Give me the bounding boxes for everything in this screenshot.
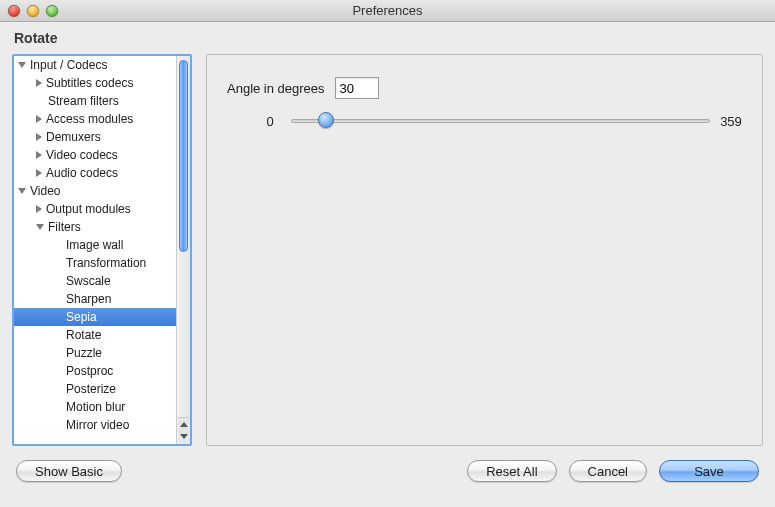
tree-spacer bbox=[54, 277, 62, 285]
slider-track bbox=[291, 119, 710, 123]
tree-item-label: Puzzle bbox=[66, 346, 102, 360]
tree-item[interactable]: Transformation bbox=[14, 254, 176, 272]
tree-item-label: Sharpen bbox=[66, 292, 111, 306]
tree-spacer bbox=[54, 313, 62, 321]
tree-item-label: Mirror video bbox=[66, 418, 129, 432]
tree-item-label: Video codecs bbox=[46, 148, 118, 162]
tree-item[interactable]: Image wall bbox=[14, 236, 176, 254]
slider-thumb[interactable] bbox=[318, 112, 334, 128]
angle-field-row: Angle in degrees bbox=[227, 77, 742, 99]
tree-spacer bbox=[54, 367, 62, 375]
tree-item[interactable]: Filters bbox=[14, 218, 176, 236]
tree-item[interactable]: Input / Codecs bbox=[14, 56, 176, 74]
tree-item[interactable]: Postproc bbox=[14, 362, 176, 380]
tree-item[interactable]: Rotate bbox=[14, 326, 176, 344]
sidebar-scrollbar[interactable] bbox=[176, 56, 190, 444]
scroll-up-button[interactable] bbox=[178, 417, 189, 430]
tree-item-label: Output modules bbox=[46, 202, 131, 216]
disclosure-triangle-icon[interactable] bbox=[36, 224, 44, 230]
tree-item-label: Image wall bbox=[66, 238, 123, 252]
slider-min-label: 0 bbox=[259, 114, 281, 129]
tree-item[interactable]: Demuxers bbox=[14, 128, 176, 146]
tree-item[interactable]: Mirror video bbox=[14, 416, 176, 434]
reset-all-button[interactable]: Reset All bbox=[467, 460, 556, 482]
disclosure-triangle-icon[interactable] bbox=[36, 169, 42, 177]
tree-item-label: Demuxers bbox=[46, 130, 101, 144]
content-area: Input / CodecsSubtitles codecsStream fil… bbox=[0, 50, 775, 454]
tree-item-label: Sepia bbox=[66, 310, 97, 324]
page-title: Rotate bbox=[0, 22, 775, 50]
disclosure-triangle-icon[interactable] bbox=[36, 79, 42, 87]
tree-item[interactable]: Video bbox=[14, 182, 176, 200]
scroll-thumb[interactable] bbox=[179, 60, 188, 252]
tree-spacer bbox=[36, 97, 44, 105]
cancel-button[interactable]: Cancel bbox=[569, 460, 647, 482]
disclosure-triangle-icon[interactable] bbox=[36, 133, 42, 141]
angle-label: Angle in degrees bbox=[227, 81, 325, 96]
chevron-up-icon bbox=[180, 422, 188, 427]
tree-item-label: Subtitles codecs bbox=[46, 76, 133, 90]
footer-bar: Show Basic Reset All Cancel Save bbox=[0, 454, 775, 492]
footer-button-group: Reset All Cancel Save bbox=[467, 460, 759, 482]
tree-item[interactable]: Output modules bbox=[14, 200, 176, 218]
tree-item-label: Stream filters bbox=[48, 94, 119, 108]
angle-slider[interactable] bbox=[291, 111, 710, 131]
tree-item[interactable]: Swscale bbox=[14, 272, 176, 290]
tree-item[interactable]: Subtitles codecs bbox=[14, 74, 176, 92]
scroll-down-button[interactable] bbox=[178, 430, 189, 443]
settings-panel: Angle in degrees 0 359 bbox=[206, 54, 763, 446]
tree-spacer bbox=[54, 331, 62, 339]
tree-item-label: Posterize bbox=[66, 382, 116, 396]
disclosure-triangle-icon[interactable] bbox=[36, 151, 42, 159]
slider-max-label: 359 bbox=[720, 114, 742, 129]
tree-item[interactable]: Puzzle bbox=[14, 344, 176, 362]
disclosure-triangle-icon[interactable] bbox=[36, 115, 42, 123]
tree-item[interactable]: Posterize bbox=[14, 380, 176, 398]
tree-item-label: Video bbox=[30, 184, 60, 198]
chevron-down-icon bbox=[180, 434, 188, 439]
tree-spacer bbox=[54, 241, 62, 249]
category-tree[interactable]: Input / CodecsSubtitles codecsStream fil… bbox=[14, 56, 176, 444]
tree-spacer bbox=[54, 421, 62, 429]
tree-item-label: Filters bbox=[48, 220, 81, 234]
tree-item-label: Access modules bbox=[46, 112, 133, 126]
tree-item-label: Rotate bbox=[66, 328, 101, 342]
tree-item[interactable]: Stream filters bbox=[14, 92, 176, 110]
tree-item[interactable]: Motion blur bbox=[14, 398, 176, 416]
tree-item-label: Audio codecs bbox=[46, 166, 118, 180]
tree-spacer bbox=[54, 403, 62, 411]
tree-item[interactable]: Sepia bbox=[14, 308, 176, 326]
tree-spacer bbox=[54, 295, 62, 303]
save-button[interactable]: Save bbox=[659, 460, 759, 482]
tree-spacer bbox=[54, 385, 62, 393]
disclosure-triangle-icon[interactable] bbox=[18, 62, 26, 68]
disclosure-triangle-icon[interactable] bbox=[18, 188, 26, 194]
titlebar: Preferences bbox=[0, 0, 775, 22]
tree-item[interactable]: Video codecs bbox=[14, 146, 176, 164]
show-basic-button[interactable]: Show Basic bbox=[16, 460, 122, 482]
tree-item-label: Motion blur bbox=[66, 400, 125, 414]
angle-slider-row: 0 359 bbox=[227, 111, 742, 131]
tree-item-label: Transformation bbox=[66, 256, 146, 270]
tree-spacer bbox=[54, 259, 62, 267]
tree-spacer bbox=[54, 349, 62, 357]
window-title: Preferences bbox=[0, 3, 775, 18]
tree-item[interactable]: Audio codecs bbox=[14, 164, 176, 182]
category-sidebar: Input / CodecsSubtitles codecsStream fil… bbox=[12, 54, 192, 446]
tree-item-label: Input / Codecs bbox=[30, 58, 107, 72]
tree-item-label: Postproc bbox=[66, 364, 113, 378]
angle-input[interactable] bbox=[335, 77, 379, 99]
tree-item[interactable]: Sharpen bbox=[14, 290, 176, 308]
disclosure-triangle-icon[interactable] bbox=[36, 205, 42, 213]
tree-item[interactable]: Access modules bbox=[14, 110, 176, 128]
tree-item-label: Swscale bbox=[66, 274, 111, 288]
